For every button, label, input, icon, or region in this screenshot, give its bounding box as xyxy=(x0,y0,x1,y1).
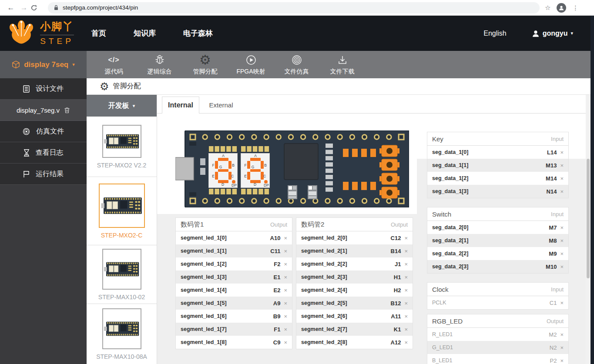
remove-pin-icon[interactable]: × xyxy=(560,224,564,231)
pin-row[interactable]: seg_data_1[1]M13× xyxy=(427,159,568,172)
remove-pin-icon[interactable]: × xyxy=(560,344,564,351)
browser-reload-button[interactable] xyxy=(30,4,44,11)
pin-value: M10 xyxy=(546,264,557,270)
sidebar-file-display-7seg[interactable]: display_7seg.v xyxy=(0,100,87,121)
remove-pin-icon[interactable]: × xyxy=(404,326,408,333)
trash-icon[interactable] xyxy=(64,107,70,114)
signal-name: B_LED1 xyxy=(432,357,550,364)
project-selector[interactable]: display 7seq ▾ xyxy=(0,51,87,78)
pin-row[interactable]: seg_data_1[0]L14× xyxy=(427,146,568,159)
remove-pin-icon[interactable]: × xyxy=(284,287,287,294)
pin-row[interactable]: segment_led_2[4]H2× xyxy=(296,284,413,297)
tool-source-code[interactable]: </> 源代码 xyxy=(91,51,137,78)
remove-pin-icon[interactable]: × xyxy=(284,248,287,254)
tool-file-simulation[interactable]: 文件仿真 xyxy=(274,51,319,78)
pin-row[interactable]: G_LED1N2× xyxy=(427,341,568,354)
remove-pin-icon[interactable]: × xyxy=(404,261,408,267)
pin-row[interactable]: PCLKC1× xyxy=(427,296,568,309)
pin-row[interactable]: R_LED1M2× xyxy=(427,328,568,341)
pin-row[interactable]: segment_led_2[6]A11× xyxy=(296,310,413,323)
remove-pin-icon[interactable]: × xyxy=(404,313,408,320)
remove-pin-icon[interactable]: × xyxy=(404,339,408,346)
board-item-mxo2-c[interactable]: STEP-MXO2-C xyxy=(87,177,157,245)
pin-row[interactable]: segment_led_2[1]B14× xyxy=(296,244,413,257)
sidebar-item-view-log[interactable]: 查看日志 xyxy=(0,142,87,164)
pin-row[interactable]: seg_data_1[2]M14× xyxy=(427,172,568,185)
remove-pin-icon[interactable]: × xyxy=(560,237,564,244)
remove-pin-icon[interactable]: × xyxy=(560,300,564,306)
board-item-max10-08a[interactable]: STEP-MAX10-08A xyxy=(87,304,157,364)
remove-pin-icon[interactable]: × xyxy=(560,175,564,182)
pin-row[interactable]: segment_led_1[8]C9× xyxy=(176,336,292,349)
pin-row[interactable]: segment_led_1[2]F2× xyxy=(176,257,292,270)
remove-pin-icon[interactable]: × xyxy=(284,300,287,307)
browser-profile-avatar[interactable] xyxy=(557,3,566,13)
browser-back-button[interactable]: ← xyxy=(4,3,17,12)
remove-pin-icon[interactable]: × xyxy=(560,162,564,169)
pin-row[interactable]: B_LED1P2× xyxy=(427,354,568,364)
browser-menu-icon[interactable]: ⋮ xyxy=(572,4,578,11)
remove-pin-icon[interactable]: × xyxy=(560,331,564,338)
board-item-max10-02[interactable]: STEP-MAX10-02 xyxy=(87,245,157,304)
remove-pin-icon[interactable]: × xyxy=(284,235,287,241)
url-text[interactable]: stepfpga.com/project/434/pin xyxy=(63,4,138,11)
tool-pin-assignment[interactable]: ⚙ 管脚分配 xyxy=(182,51,228,78)
board-item-mxo2-v22[interactable]: STEP-MXO2 V2.2 xyxy=(87,117,157,177)
sidebar-item-design-files[interactable]: 设计文件 xyxy=(0,78,87,100)
tab-internal[interactable]: Internal xyxy=(162,97,199,114)
pin-row[interactable]: seg_data_2[1]M8× xyxy=(427,234,568,247)
remove-pin-icon[interactable]: × xyxy=(404,287,408,294)
pin-row[interactable]: segment_led_2[0]C12× xyxy=(296,231,413,244)
remove-pin-icon[interactable]: × xyxy=(284,274,287,281)
pin-row[interactable]: seg_data_2[0]M7× xyxy=(427,221,568,234)
remove-pin-icon[interactable]: × xyxy=(560,149,564,156)
pin-row[interactable]: segment_led_2[7]K1× xyxy=(296,323,413,336)
sidebar-item-run-results[interactable]: 运行结果 xyxy=(0,164,87,185)
pin-row[interactable]: segment_led_2[3]H1× xyxy=(296,270,413,284)
board-selector-header[interactable]: 开发板 ▾ xyxy=(87,95,157,117)
pin-row[interactable]: segment_led_1[0]A10× xyxy=(176,231,292,244)
remove-pin-icon[interactable]: × xyxy=(560,357,564,364)
tool-logic-synthesis[interactable]: 逻辑综合 xyxy=(137,51,182,78)
pin-row[interactable]: segment_led_1[7]F1× xyxy=(176,323,292,336)
remove-pin-icon[interactable]: × xyxy=(284,261,287,267)
remove-pin-icon[interactable]: × xyxy=(560,264,564,270)
remove-pin-icon[interactable]: × xyxy=(404,235,408,241)
nav-link-forest[interactable]: 电子森林 xyxy=(183,28,213,38)
pin-row[interactable]: seg_data_2[2]M9× xyxy=(427,247,568,260)
tool-label: 逻辑综合 xyxy=(148,68,172,76)
remove-pin-icon[interactable]: × xyxy=(404,300,408,307)
pin-row[interactable]: segment_led_1[4]E2× xyxy=(176,284,292,297)
remove-pin-icon[interactable]: × xyxy=(404,248,408,254)
remove-pin-icon[interactable]: × xyxy=(284,326,287,333)
pin-row[interactable]: segment_led_1[5]A9× xyxy=(176,297,292,310)
pin-row[interactable]: seg_data_1[3]N14× xyxy=(427,185,568,198)
pin-row[interactable]: segment_led_1[1]C11× xyxy=(176,244,292,257)
browser-forward-button[interactable]: → xyxy=(17,3,30,12)
signal-name: segment_led_2[7] xyxy=(301,326,394,332)
bookmark-star-icon[interactable]: ☆ xyxy=(545,4,550,12)
pin-row[interactable]: seg_data_2[3]M10× xyxy=(427,260,568,273)
scrollbar-thumb[interactable] xyxy=(587,159,590,278)
remove-pin-icon[interactable]: × xyxy=(560,250,564,257)
nav-link-home[interactable]: 首页 xyxy=(91,28,106,38)
pin-row[interactable]: segment_led_1[6]B9× xyxy=(176,310,292,323)
tool-fpga-mapping[interactable]: FPGA映射 xyxy=(228,51,274,78)
signal-name: PCLK xyxy=(432,300,550,306)
remove-pin-icon[interactable]: × xyxy=(404,274,408,281)
remove-pin-icon[interactable]: × xyxy=(560,188,564,195)
tab-external[interactable]: External xyxy=(199,97,243,113)
user-menu[interactable]: gongyu ▾ xyxy=(532,30,573,37)
remove-pin-icon[interactable]: × xyxy=(284,339,287,346)
remove-pin-icon[interactable]: × xyxy=(284,313,287,320)
pin-row[interactable]: segment_led_1[3]E1× xyxy=(176,270,292,284)
nav-link-knowledge[interactable]: 知识库 xyxy=(134,28,156,38)
site-logo[interactable]: 小脚丫 STEP xyxy=(8,19,74,46)
pin-row[interactable]: segment_led_2[5]B12× xyxy=(296,297,413,310)
sidebar-item-simulation-files[interactable]: 仿真文件 xyxy=(0,121,87,142)
tool-file-download[interactable]: 文件下载 xyxy=(319,51,365,78)
address-bar[interactable]: stepfpga.com/project/434/pin xyxy=(48,2,540,13)
pin-row[interactable]: segment_led_2[8]A12× xyxy=(296,336,413,349)
language-switch[interactable]: English xyxy=(483,30,506,37)
pin-row[interactable]: segment_led_2[2]J1× xyxy=(296,257,413,270)
